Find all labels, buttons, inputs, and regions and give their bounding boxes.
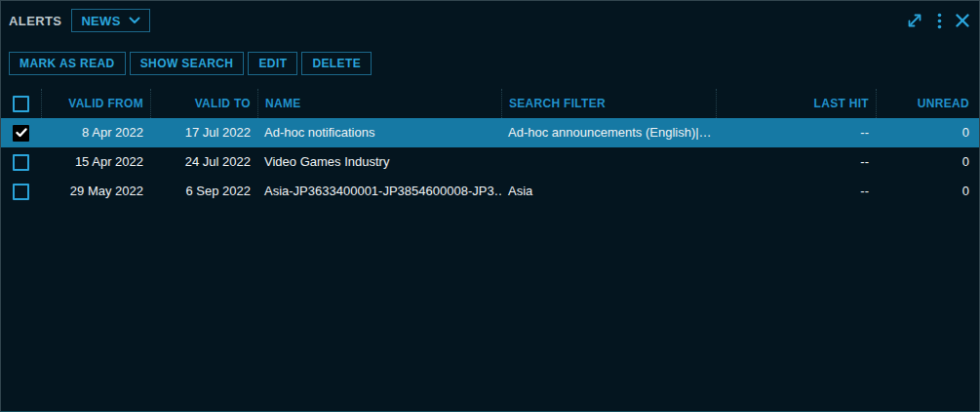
- titlebar-icons: [906, 12, 969, 29]
- edit-button[interactable]: EDIT: [248, 52, 297, 75]
- alerts-panel: ALERTS NEWS: [0, 0, 980, 412]
- kebab-menu-icon[interactable]: [937, 13, 942, 29]
- column-header-valid-to[interactable]: VALID TO: [150, 89, 257, 118]
- news-dropdown[interactable]: NEWS: [71, 9, 149, 32]
- cell-valid-to: 17 Jul 2022: [150, 118, 257, 147]
- cell-last-hit: --: [716, 118, 876, 147]
- delete-button[interactable]: DELETE: [301, 52, 372, 75]
- cell-search-filter: [501, 147, 716, 177]
- titlebar: ALERTS NEWS: [1, 1, 979, 40]
- table-row[interactable]: 29 May 2022 6 Sep 2022 Asia-JP3633400001…: [1, 177, 979, 206]
- alerts-table: VALID FROM VALID TO NAME SEARCH FILTER L…: [1, 89, 979, 206]
- cell-valid-from: 29 May 2022: [41, 177, 150, 206]
- close-icon[interactable]: [956, 14, 969, 27]
- column-header-valid-from[interactable]: VALID FROM: [41, 89, 150, 118]
- cell-search-filter: Ad-hoc announcements (English)|…: [501, 118, 716, 147]
- select-all-checkbox[interactable]: [13, 96, 29, 112]
- row-checkbox-cell: [1, 147, 41, 177]
- cell-unread: 0: [876, 118, 979, 147]
- table-header-row: VALID FROM VALID TO NAME SEARCH FILTER L…: [1, 89, 979, 118]
- cell-name: Asia-JP3633400001-JP3854600008-JP3…: [257, 177, 501, 206]
- panel-title: ALERTS: [9, 14, 61, 28]
- table-row[interactable]: 15 Apr 2022 24 Jul 2022 Video Games Indu…: [1, 147, 979, 177]
- column-header-name[interactable]: NAME: [257, 89, 501, 118]
- table-row[interactable]: 8 Apr 2022 17 Jul 2022 Ad-hoc notificati…: [1, 118, 979, 147]
- row-checkbox-cell: [1, 177, 41, 206]
- cell-name: Video Games Industry: [257, 147, 501, 177]
- show-search-button[interactable]: SHOW SEARCH: [130, 52, 245, 75]
- cell-unread: 0: [876, 177, 979, 206]
- row-checkbox[interactable]: [13, 184, 29, 200]
- column-header-search-filter[interactable]: SEARCH FILTER: [501, 89, 716, 118]
- row-checkbox[interactable]: [13, 154, 29, 171]
- cell-name: Ad-hoc notifications: [257, 118, 501, 147]
- column-header-last-hit[interactable]: LAST HIT: [716, 89, 876, 118]
- row-checkbox-cell: [1, 118, 41, 147]
- table-body: 8 Apr 2022 17 Jul 2022 Ad-hoc notificati…: [1, 118, 979, 206]
- cell-valid-from: 8 Apr 2022: [41, 118, 150, 147]
- cell-last-hit: --: [716, 147, 876, 177]
- cell-valid-from: 15 Apr 2022: [41, 147, 150, 177]
- checkmark-icon: [16, 128, 27, 138]
- expand-icon[interactable]: [906, 12, 923, 29]
- cell-valid-to: 24 Jul 2022: [150, 147, 257, 177]
- cell-valid-to: 6 Sep 2022: [150, 177, 257, 206]
- cell-unread: 0: [876, 147, 979, 177]
- toolbar: MARK AS READ SHOW SEARCH EDIT DELETE: [9, 52, 971, 75]
- row-checkbox[interactable]: [13, 125, 29, 142]
- cell-last-hit: --: [716, 177, 876, 206]
- column-header-unread[interactable]: UNREAD: [876, 89, 979, 118]
- news-dropdown-label: NEWS: [81, 14, 120, 28]
- mark-as-read-button[interactable]: MARK AS READ: [9, 52, 126, 75]
- header-checkbox-cell: [1, 89, 41, 118]
- cell-search-filter: Asia: [501, 177, 716, 206]
- chevron-down-icon: [129, 17, 140, 24]
